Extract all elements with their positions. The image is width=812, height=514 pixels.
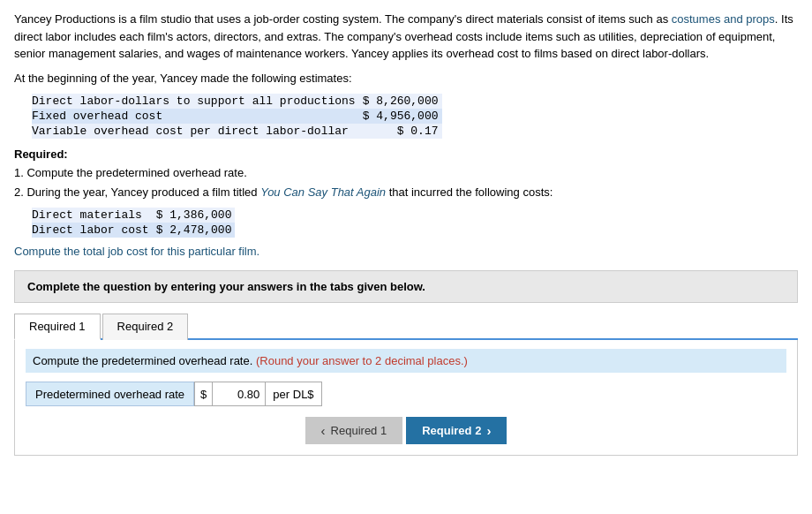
- compute-text: Compute the total job cost for this part…: [14, 245, 798, 258]
- intro-text-1: Yancey Productions is a film studio that…: [14, 12, 793, 60]
- cost-amount-1: $ 1,386,000: [156, 208, 236, 223]
- estimate-label-1: Direct labor-dollars to support all prod…: [32, 94, 363, 109]
- instruction-text: Compute the predetermined overhead rate.: [33, 354, 252, 367]
- instruction-bar: Compute the predetermined overhead rate.…: [26, 349, 786, 373]
- complete-box: Complete the question by entering your a…: [14, 270, 798, 303]
- tab-required-1[interactable]: Required 1: [14, 314, 101, 340]
- input-label: Predetermined overhead rate: [26, 382, 194, 406]
- chevron-left-icon: [321, 423, 326, 438]
- estimates-table: Direct labor-dollars to support all prod…: [32, 94, 442, 139]
- cost-label-2: Direct labor cost: [32, 223, 156, 238]
- estimate-label-2: Fixed overhead cost: [32, 109, 363, 124]
- next-button[interactable]: Required 2: [406, 417, 507, 444]
- instruction-note: (Round your answer to 2 decimal places.): [256, 354, 468, 367]
- tab-content: Compute the predetermined overhead rate.…: [14, 340, 798, 456]
- tabs-container: Required 1 Required 2: [14, 312, 798, 340]
- estimates-intro: At the beginning of the year, Yancey mad…: [14, 72, 798, 85]
- prev-button[interactable]: Required 1: [305, 417, 403, 444]
- required-item2: 2. During the year, Yancey produced a fi…: [14, 184, 798, 201]
- required-label: Required:: [14, 147, 68, 161]
- unit-label: per DL$: [265, 382, 321, 406]
- required-item1: 1. Compute the predetermined overhead ra…: [14, 164, 798, 182]
- prev-button-label: Required 1: [331, 424, 387, 437]
- estimate-amount-2: $ 4,956,000: [363, 109, 442, 124]
- cost-amount-2: $ 2,478,000: [156, 223, 236, 238]
- estimate-amount-1: $ 8,260,000: [363, 94, 442, 109]
- estimate-label-3: Variable overhead cost per direct labor-…: [32, 124, 363, 139]
- next-button-label: Required 2: [422, 424, 481, 437]
- cost-label-1: Direct materials: [32, 208, 156, 223]
- estimate-amount-3: $ 0.17: [363, 124, 442, 139]
- nav-buttons: Required 1 Required 2: [26, 417, 786, 444]
- costs-table: Direct materials $ 1,386,000 Direct labo…: [32, 208, 235, 238]
- chevron-right-icon: [486, 423, 491, 438]
- input-row: Predetermined overhead rate $ per DL$: [26, 382, 786, 406]
- dollar-sign: $: [194, 382, 212, 406]
- tab-required-2[interactable]: Required 2: [102, 314, 189, 340]
- required-section: Required: 1. Compute the predetermined o…: [14, 146, 798, 201]
- intro-paragraph: Yancey Productions is a film studio that…: [14, 11, 798, 63]
- overhead-rate-input[interactable]: [212, 382, 265, 406]
